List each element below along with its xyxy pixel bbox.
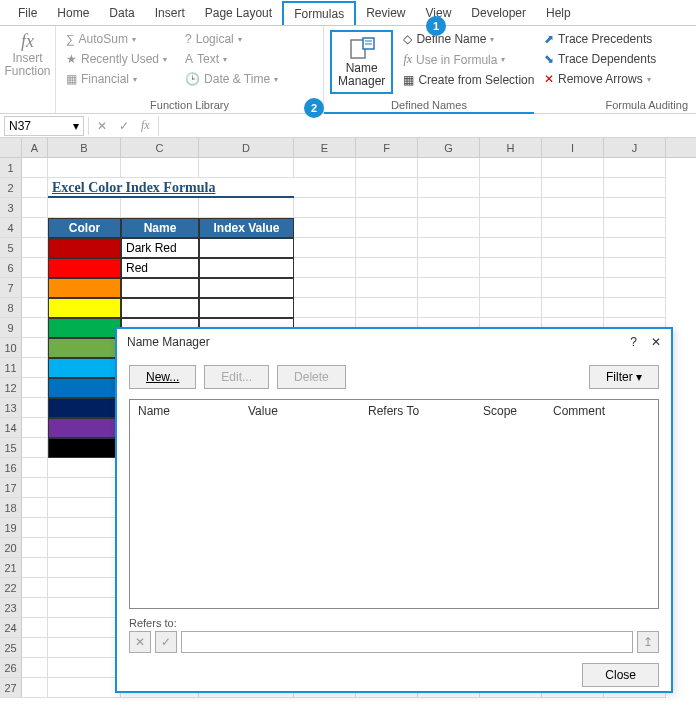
cell[interactable] bbox=[294, 298, 356, 318]
enter-icon[interactable]: ✓ bbox=[115, 119, 133, 133]
row-header[interactable]: 11 bbox=[0, 358, 22, 378]
cell[interactable] bbox=[542, 198, 604, 218]
cell[interactable] bbox=[121, 198, 199, 218]
cell[interactable] bbox=[294, 178, 356, 198]
recently-used-button[interactable]: ★Recently Used▾ bbox=[62, 50, 171, 68]
cell[interactable] bbox=[294, 158, 356, 178]
cell[interactable] bbox=[480, 238, 542, 258]
cell[interactable] bbox=[480, 258, 542, 278]
cell[interactable] bbox=[356, 278, 418, 298]
cell[interactable] bbox=[356, 258, 418, 278]
cell[interactable] bbox=[48, 678, 121, 698]
cell[interactable] bbox=[418, 278, 480, 298]
filter-button[interactable]: Filter ▾ bbox=[589, 365, 659, 389]
cell[interactable] bbox=[480, 198, 542, 218]
cell[interactable] bbox=[480, 158, 542, 178]
cell[interactable] bbox=[22, 238, 48, 258]
text-button[interactable]: AText▾ bbox=[181, 50, 282, 68]
logical-button[interactable]: ?Logical▾ bbox=[181, 30, 282, 48]
cell[interactable] bbox=[22, 298, 48, 318]
new-button[interactable]: New... bbox=[129, 365, 196, 389]
cell[interactable] bbox=[22, 178, 48, 198]
select-all-corner[interactable] bbox=[0, 138, 22, 158]
cell[interactable] bbox=[199, 238, 294, 258]
row-header[interactable]: 15 bbox=[0, 438, 22, 458]
cell[interactable] bbox=[418, 238, 480, 258]
cell[interactable] bbox=[22, 418, 48, 438]
cell[interactable] bbox=[48, 278, 121, 298]
col-header-D[interactable]: D bbox=[199, 138, 294, 157]
cell[interactable] bbox=[199, 278, 294, 298]
cell[interactable] bbox=[418, 218, 480, 238]
cell[interactable] bbox=[604, 198, 666, 218]
cell[interactable] bbox=[604, 238, 666, 258]
cell[interactable] bbox=[22, 318, 48, 338]
row-header[interactable]: 20 bbox=[0, 538, 22, 558]
cell[interactable] bbox=[356, 198, 418, 218]
cell[interactable] bbox=[22, 398, 48, 418]
create-from-selection-button[interactable]: ▦Create from Selection bbox=[399, 71, 538, 89]
cell[interactable] bbox=[294, 278, 356, 298]
menu-formulas[interactable]: Formulas bbox=[282, 1, 356, 25]
cell[interactable] bbox=[48, 498, 121, 518]
cell[interactable] bbox=[22, 638, 48, 658]
cell[interactable] bbox=[199, 298, 294, 318]
cell[interactable] bbox=[294, 218, 356, 238]
cell[interactable] bbox=[48, 598, 121, 618]
cell[interactable] bbox=[22, 338, 48, 358]
row-header[interactable]: 8 bbox=[0, 298, 22, 318]
cell[interactable] bbox=[604, 258, 666, 278]
cell[interactable] bbox=[48, 358, 121, 378]
cell[interactable] bbox=[22, 258, 48, 278]
col-name[interactable]: Name bbox=[138, 404, 248, 418]
cell[interactable] bbox=[48, 518, 121, 538]
cell[interactable] bbox=[48, 338, 121, 358]
row-header[interactable]: 9 bbox=[0, 318, 22, 338]
cell[interactable]: Color bbox=[48, 218, 121, 238]
row-header[interactable]: 17 bbox=[0, 478, 22, 498]
cell[interactable] bbox=[356, 298, 418, 318]
name-manager-button[interactable]: Name Manager bbox=[330, 30, 393, 94]
datetime-button[interactable]: 🕒Date & Time▾ bbox=[181, 70, 282, 88]
trace-precedents-button[interactable]: ⬈Trace Precedents bbox=[540, 30, 690, 48]
cell[interactable] bbox=[22, 498, 48, 518]
row-header[interactable]: 7 bbox=[0, 278, 22, 298]
cell[interactable] bbox=[22, 538, 48, 558]
cell[interactable] bbox=[22, 278, 48, 298]
delete-button[interactable]: Delete bbox=[277, 365, 346, 389]
cell[interactable] bbox=[22, 658, 48, 678]
cell[interactable] bbox=[294, 198, 356, 218]
cell[interactable] bbox=[48, 478, 121, 498]
cell[interactable] bbox=[121, 278, 199, 298]
cell[interactable] bbox=[121, 298, 199, 318]
cell[interactable] bbox=[294, 238, 356, 258]
cell[interactable] bbox=[48, 578, 121, 598]
cell[interactable] bbox=[542, 278, 604, 298]
col-scope[interactable]: Scope bbox=[483, 404, 553, 418]
remove-arrows-button[interactable]: ✕Remove Arrows▾ bbox=[540, 70, 690, 88]
cell[interactable] bbox=[22, 578, 48, 598]
col-header-B[interactable]: B bbox=[48, 138, 121, 157]
cancel-icon[interactable]: ✕ bbox=[93, 119, 111, 133]
cell[interactable] bbox=[22, 518, 48, 538]
name-box[interactable]: N37▾ bbox=[4, 116, 84, 136]
cell[interactable] bbox=[604, 278, 666, 298]
cell[interactable] bbox=[356, 158, 418, 178]
row-header[interactable]: 23 bbox=[0, 598, 22, 618]
cell[interactable]: Index Value bbox=[199, 218, 294, 238]
cell[interactable]: Excel Color Index Formula bbox=[48, 178, 294, 198]
col-header-J[interactable]: J bbox=[604, 138, 666, 157]
row-header[interactable]: 10 bbox=[0, 338, 22, 358]
cell[interactable] bbox=[542, 218, 604, 238]
col-header-A[interactable]: A bbox=[22, 138, 48, 157]
menu-insert[interactable]: Insert bbox=[145, 2, 195, 24]
cell[interactable] bbox=[294, 258, 356, 278]
row-header[interactable]: 12 bbox=[0, 378, 22, 398]
cell[interactable] bbox=[418, 298, 480, 318]
cell[interactable] bbox=[199, 258, 294, 278]
financial-button[interactable]: ▦Financial▾ bbox=[62, 70, 171, 88]
cell[interactable] bbox=[418, 158, 480, 178]
cell[interactable] bbox=[22, 478, 48, 498]
insert-function-button[interactable]: fx Insert Function bbox=[6, 30, 49, 80]
refers-to-input[interactable] bbox=[181, 631, 633, 653]
